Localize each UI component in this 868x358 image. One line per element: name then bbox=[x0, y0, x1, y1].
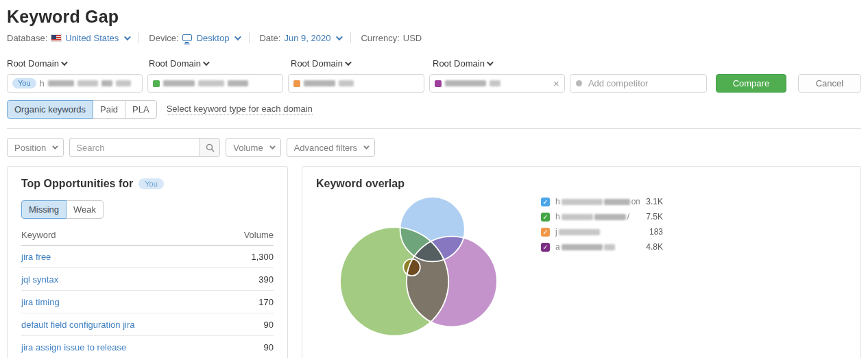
redacted-domain bbox=[101, 80, 112, 86]
device-selector[interactable]: Device: Desktop bbox=[149, 33, 239, 43]
add-competitor-field[interactable] bbox=[570, 74, 707, 93]
position-filter-dropdown[interactable]: Position bbox=[7, 138, 64, 157]
keyword-link[interactable]: default field configuration jira bbox=[21, 320, 135, 330]
redacted-domain bbox=[116, 80, 131, 86]
domain-input-4[interactable]: × bbox=[429, 74, 565, 93]
keyword-search bbox=[69, 138, 220, 157]
redacted-domain bbox=[198, 80, 224, 86]
chevron-down-icon bbox=[52, 143, 58, 149]
us-flag-icon bbox=[51, 34, 62, 42]
search-button[interactable] bbox=[200, 138, 220, 157]
separator bbox=[249, 32, 250, 43]
table-row: jira free 1,300 bbox=[21, 246, 274, 268]
redacted-domain bbox=[445, 80, 486, 86]
cancel-button[interactable]: Cancel bbox=[798, 74, 861, 93]
legend-item: ✓ h / 7.5K bbox=[541, 209, 663, 224]
chevron-down-icon bbox=[203, 59, 210, 66]
volume-value: 170 bbox=[258, 297, 274, 307]
date-value[interactable]: Jun 9, 2020 bbox=[284, 33, 341, 43]
legend-checkbox-purple[interactable]: ✓ bbox=[541, 243, 550, 252]
opportunity-type-tabs: Missing Weak bbox=[21, 200, 104, 219]
root-domain-selector-1[interactable]: Root Domain bbox=[7, 58, 144, 69]
table-row: jira assign issue to release 90 bbox=[21, 336, 274, 358]
device-label: Device: bbox=[149, 33, 178, 43]
root-domain-selector-3[interactable]: Root Domain bbox=[291, 58, 428, 69]
redacted-domain bbox=[559, 229, 600, 235]
advanced-filters-dropdown[interactable]: Advanced filters bbox=[287, 138, 376, 157]
domain-input-2[interactable] bbox=[147, 74, 283, 93]
table-row: jira timing 170 bbox=[21, 291, 274, 313]
volume-value: 1,300 bbox=[251, 252, 274, 262]
redacted-domain bbox=[604, 199, 630, 205]
chevron-down-icon bbox=[124, 34, 131, 40]
database-value[interactable]: United States bbox=[65, 33, 129, 43]
legend-checkbox-orange[interactable]: ✓ bbox=[541, 228, 550, 237]
keyword-overlap-venn-diagram[interactable] bbox=[323, 187, 535, 355]
keyword-link[interactable]: jira timing bbox=[21, 297, 60, 307]
keyword-overlap-card: Keyword overlap bbox=[302, 166, 861, 358]
section-divider bbox=[7, 128, 861, 129]
search-input[interactable] bbox=[69, 138, 200, 157]
clear-domain-icon[interactable]: × bbox=[553, 78, 559, 88]
domain-comparison-bar: Root Domain Root Domain Root Domain Root… bbox=[7, 58, 861, 93]
chevron-down-icon bbox=[61, 59, 68, 66]
redacted-domain bbox=[163, 80, 195, 86]
device-value[interactable]: Desktop bbox=[197, 33, 240, 43]
column-header-keyword: Keyword bbox=[21, 230, 56, 240]
tab-missing[interactable]: Missing bbox=[21, 200, 67, 219]
redacted-domain-prefix: h bbox=[40, 78, 45, 88]
redacted-domain-suffix: om/ bbox=[631, 197, 640, 206]
keyword-type-organic[interactable]: Organic keywords bbox=[7, 100, 93, 119]
keyword-type-hint[interactable]: Select keyword type for each domain bbox=[167, 104, 313, 115]
redacted-domain-prefix: a bbox=[555, 242, 560, 252]
domain-color-marker bbox=[293, 80, 300, 87]
competitor-dot-icon bbox=[576, 80, 582, 86]
keyword-type-pla[interactable]: PLA bbox=[125, 100, 157, 119]
report-settings-bar: Database: United States Device: Desktop … bbox=[7, 32, 861, 43]
database-label: Database: bbox=[7, 33, 47, 43]
legend-checkbox-green[interactable]: ✓ bbox=[541, 213, 550, 222]
legend-domain: h om/ bbox=[555, 197, 640, 206]
database-selector[interactable]: Database: United States bbox=[7, 33, 129, 43]
legend-value: 3.1K bbox=[640, 197, 663, 206]
table-row: default field configuration jira 90 bbox=[21, 313, 274, 336]
compare-button[interactable]: Compare bbox=[716, 74, 786, 93]
top-opportunities-title: Top Opportunities for You bbox=[21, 178, 274, 190]
add-competitor-input[interactable] bbox=[570, 74, 707, 93]
top-opportunities-card: Top Opportunities for You Missing Weak K… bbox=[7, 166, 288, 358]
root-domain-selector-4[interactable]: Root Domain bbox=[433, 58, 570, 69]
legend-item: ✓ h om/ 3.1K bbox=[541, 194, 663, 209]
redacted-domain bbox=[562, 214, 593, 220]
keyword-type-paid[interactable]: Paid bbox=[93, 100, 125, 119]
keyword-link[interactable]: jira assign issue to release bbox=[21, 342, 126, 353]
legend-domain: h / bbox=[555, 212, 640, 222]
keyword-type-segmented-control: Organic keywords Paid PLA bbox=[7, 100, 157, 119]
redacted-domain bbox=[562, 199, 603, 205]
chevron-down-icon bbox=[234, 34, 241, 40]
separator bbox=[350, 32, 351, 43]
redacted-domain-suffix: / bbox=[627, 212, 629, 222]
chevron-down-icon bbox=[487, 59, 494, 66]
legend-checkbox-blue[interactable]: ✓ bbox=[541, 198, 550, 206]
volume-value: 90 bbox=[264, 342, 274, 353]
redacted-domain bbox=[490, 80, 501, 86]
volume-filter-dropdown[interactable]: Volume bbox=[226, 138, 280, 157]
volume-value: 90 bbox=[264, 320, 274, 330]
root-domain-selector-2[interactable]: Root Domain bbox=[149, 58, 286, 69]
domain-input-you[interactable]: You h bbox=[7, 74, 143, 93]
redacted-domain bbox=[339, 80, 354, 86]
domain-input-3[interactable] bbox=[288, 74, 424, 93]
date-selector[interactable]: Date: Jun 9, 2020 bbox=[259, 33, 341, 43]
separator bbox=[138, 32, 139, 43]
overlap-legend: ✓ h om/ 3.1K ✓ h / bbox=[541, 194, 663, 254]
keyword-link[interactable]: jql syntax bbox=[21, 274, 58, 285]
redacted-domain bbox=[48, 80, 74, 86]
keyword-link[interactable]: jira free bbox=[21, 252, 51, 262]
redacted-domain bbox=[228, 80, 248, 86]
column-header-volume: Volume bbox=[244, 230, 274, 240]
redacted-domain bbox=[594, 214, 626, 220]
domain-color-marker bbox=[153, 80, 160, 87]
redacted-domain-prefix: j bbox=[555, 227, 557, 237]
tab-weak[interactable]: Weak bbox=[66, 200, 104, 219]
domain-color-marker bbox=[435, 80, 442, 87]
